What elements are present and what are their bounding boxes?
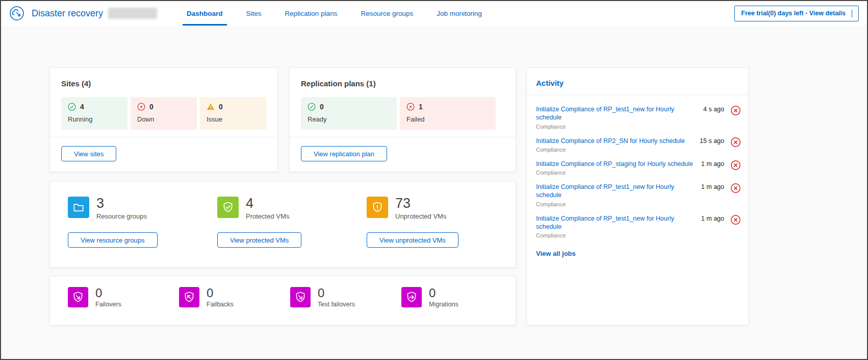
activity-time: 1 m ago — [701, 160, 724, 167]
activity-card: Activity Initialize Compliance of RP_tes… — [526, 67, 749, 325]
test-failover-shield-icon — [290, 287, 311, 307]
tab-dashboard[interactable]: Dashboard — [187, 1, 223, 26]
test-failovers-label: Test failovers — [318, 301, 355, 308]
brand: Disaster recovery — [9, 1, 157, 26]
replication-ready-label: Ready — [308, 115, 390, 123]
view-replication-plan-button[interactable]: View replication plan — [301, 146, 387, 161]
sites-running-tile: 4 Running — [61, 97, 127, 130]
tab-resource-groups[interactable]: Resource groups — [361, 1, 413, 26]
sites-card: Sites (4) 4 Running 0 Down — [49, 67, 278, 172]
failed-status-icon — [730, 214, 741, 225]
unprotected-vms-label: Unprotected VMs — [395, 212, 446, 220]
tab-replication-plans[interactable]: Replication plans — [285, 1, 338, 26]
activity-item: Initialize Compliance of RP_staging for … — [536, 160, 741, 176]
test-failovers-summary: 0 Test failovers — [290, 287, 401, 314]
test-failovers-count: 0 — [318, 287, 355, 299]
activity-time: 15 s ago — [700, 137, 724, 145]
resource-groups-summary: 3 Resource groups View resource groups — [68, 197, 217, 252]
activity-item: Initialize Compliance of RP_test1_new fo… — [536, 183, 741, 207]
bluexp-logo-icon — [9, 6, 24, 21]
failback-shield-icon — [179, 287, 199, 307]
resource-groups-count: 3 — [96, 197, 147, 210]
activity-job-link[interactable]: Initialize Compliance of RP_test1_new fo… — [536, 183, 694, 200]
sites-running-label: Running — [68, 115, 121, 123]
sites-issue-label: Issue — [207, 115, 260, 123]
replication-status-tiles: 0 Ready 1 Failed — [301, 97, 504, 130]
shield-check-icon — [217, 197, 239, 218]
top-header: Disaster recovery Dashboard Sites Replic… — [1, 1, 867, 26]
activity-item: Initialize Compliance of RP_test1_new fo… — [536, 214, 741, 239]
activity-job-link[interactable]: Initialize Compliance of RP2_SN for Hour… — [536, 137, 693, 145]
tab-replication-plans-label: Replication plans — [285, 10, 338, 17]
check-circle-icon — [308, 103, 316, 111]
failover-shield-icon — [68, 287, 88, 307]
sites-down-count: 0 — [149, 103, 154, 111]
migrations-summary: 0 Migrations — [401, 287, 513, 314]
activity-item: Initialize Compliance of RP2_SN for Hour… — [536, 137, 741, 153]
replication-ready-count: 0 — [320, 103, 324, 111]
view-sites-button[interactable]: View sites — [61, 146, 116, 161]
operations-card: 0 Failovers 0 Failbacks — [49, 276, 516, 325]
view-all-jobs-link[interactable]: View all jobs — [536, 250, 576, 257]
replication-ready-tile: 0 Ready — [301, 97, 397, 130]
tab-resource-groups-label: Resource groups — [361, 10, 413, 17]
trial-button-divider — [852, 10, 852, 17]
page-title: Disaster recovery — [32, 8, 103, 19]
dashboard-main: Sites (4) 4 Running 0 Down — [1, 26, 867, 359]
replication-card-title: Replication plans (1) — [301, 79, 504, 88]
failovers-label: Failovers — [95, 301, 121, 308]
resource-groups-label: Resource groups — [96, 212, 147, 220]
activity-category: Compliance — [536, 232, 694, 238]
tab-job-monitoring[interactable]: Job monitoring — [437, 1, 482, 26]
activity-header: Activity — [527, 68, 748, 94]
failed-status-icon — [730, 160, 741, 171]
failbacks-label: Failbacks — [207, 301, 234, 308]
activity-category: Compliance — [536, 201, 694, 207]
activity-job-link[interactable]: Initialize Compliance of RP_test1_new fo… — [536, 105, 696, 122]
sites-card-title: Sites (4) — [61, 79, 266, 88]
view-unprotected-vms-button[interactable]: View unprotected VMs — [367, 232, 458, 248]
protected-vms-label: Protected VMs — [246, 212, 289, 220]
migrations-label: Migrations — [429, 301, 458, 308]
tab-sites[interactable]: Sites — [246, 1, 262, 26]
activity-job-link[interactable]: Initialize Compliance of RP_test1_new fo… — [536, 214, 694, 231]
failovers-count: 0 — [95, 287, 121, 299]
unprotected-vms-count: 73 — [395, 197, 446, 210]
free-trial-label: Free trial(0) days left - View details — [741, 10, 846, 17]
failed-status-icon — [730, 183, 741, 194]
disaster-recovery-app: Disaster recovery Dashboard Sites Replic… — [0, 0, 868, 360]
warning-triangle-icon — [207, 103, 215, 111]
failed-status-icon — [730, 105, 741, 116]
vm-summary-card: 3 Resource groups View resource groups 4… — [49, 181, 516, 268]
sites-down-label: Down — [137, 115, 190, 123]
activity-item: Initialize Compliance of RP_test1_new fo… — [536, 105, 741, 130]
activity-category: Compliance — [536, 147, 693, 153]
tab-sites-label: Sites — [246, 10, 262, 17]
error-circle-icon — [406, 103, 415, 111]
redacted-account-name — [108, 8, 157, 19]
replication-failed-label: Failed — [406, 115, 489, 123]
check-circle-icon — [68, 103, 76, 111]
activity-list: Initialize Compliance of RP_test1_new fo… — [527, 95, 748, 238]
sites-issue-tile: 0 Issue — [200, 97, 266, 130]
replication-plans-card: Replication plans (1) 0 Ready 1 Failed — [289, 67, 516, 172]
view-resource-groups-button[interactable]: View resource groups — [68, 232, 158, 248]
shield-exclamation-icon — [367, 197, 388, 218]
replication-card-divider — [290, 137, 516, 137]
activity-time: 4 s ago — [703, 105, 724, 113]
tab-dashboard-label: Dashboard — [187, 10, 223, 17]
activity-title: Activity — [536, 79, 739, 87]
protected-vms-summary: 4 Protected VMs View protected VMs — [217, 197, 367, 252]
sites-running-count: 4 — [80, 103, 84, 111]
failbacks-count: 0 — [207, 287, 234, 299]
unprotected-vms-summary: 73 Unprotected VMs View unprotected VMs — [367, 197, 516, 252]
free-trial-button[interactable]: Free trial(0) days left - View details — [734, 6, 859, 21]
activity-time: 1 m ago — [701, 214, 724, 222]
activity-job-link[interactable]: Initialize Compliance of RP_staging for … — [536, 160, 694, 168]
sites-status-tiles: 4 Running 0 Down 0 Issue — [61, 97, 266, 130]
migration-shield-icon — [401, 287, 422, 307]
replication-failed-tile: 1 Failed — [400, 97, 496, 130]
view-protected-vms-button[interactable]: View protected VMs — [217, 232, 301, 248]
failovers-summary: 0 Failovers — [68, 287, 179, 314]
sites-card-divider — [50, 137, 277, 137]
